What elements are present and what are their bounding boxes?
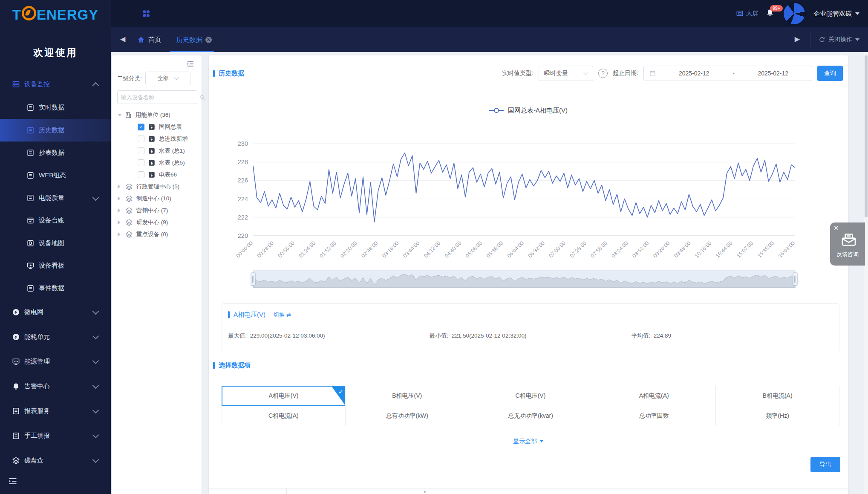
refresh-icon[interactable]	[819, 36, 825, 43]
sidebar-item-报表服务[interactable]: 报表服务	[0, 399, 111, 423]
tabs-scroll-right-icon[interactable]: ▶	[795, 35, 800, 43]
tree-group-研发中心 (9)[interactable]: 研发中心 (9)	[112, 217, 202, 228]
layers-icon	[125, 183, 133, 191]
close-operations-menu[interactable]: 关闭操作	[819, 27, 859, 52]
svg-text:222: 222	[238, 214, 248, 221]
svg-text:03:44:00: 03:44:00	[402, 240, 421, 259]
data-item-总无功功率(kvar)[interactable]: 总无功功率(kvar)	[469, 406, 592, 426]
sidebar-item-label: 能耗单元	[24, 333, 50, 341]
avatar[interactable]	[783, 2, 806, 25]
device-tree: 用能单位 (36)✓国网总表总进线新增水表 (总1)水表 (总5)电表66行政管…	[112, 109, 202, 240]
tree-device-水表 (总1)[interactable]: 水表 (总1)	[112, 145, 202, 157]
date-range-picker[interactable]: 2025-02-12 - 2025-02-12	[643, 66, 812, 81]
data-item-A相电流(A)[interactable]: A相电流(A)	[592, 386, 715, 406]
tab-history-data[interactable]: 历史数据 ✕	[170, 27, 219, 52]
end-date-value[interactable]: 2025-02-12	[740, 70, 807, 77]
sidebar-item-设备地图[interactable]: 设备地图	[0, 232, 111, 254]
sidebar-item-事件数据[interactable]: 事件数据	[0, 277, 111, 300]
data-item-总有功功率(kW)[interactable]: 总有功功率(kW)	[345, 406, 469, 426]
data-item-总功率因数[interactable]: 总功率因数	[592, 406, 715, 426]
export-button[interactable]: 导出	[810, 457, 840, 472]
device-search-input[interactable]	[118, 94, 199, 101]
start-date-value[interactable]: 2025-02-12	[660, 70, 728, 77]
scrollbar-thumb[interactable]	[865, 55, 868, 217]
sidebar-item-碳盘查[interactable]: 碳盘查	[0, 448, 111, 473]
chevron-down-icon	[92, 358, 99, 364]
close-icon[interactable]: ✕	[833, 224, 839, 232]
caret-right-icon[interactable]	[118, 220, 122, 225]
category-label: 二级分类:	[117, 75, 142, 82]
tab-bar: ◀ 首页 历史数据 ✕ ▶ 关闭操作	[111, 27, 868, 52]
tree-device-国网总表[interactable]: ✓国网总表	[112, 121, 202, 133]
data-item-B相电压(V)[interactable]: B相电压(V)	[345, 386, 469, 406]
sidebar-item-手工填报[interactable]: 手工填报	[0, 423, 111, 448]
sidebar-item-能源管理[interactable]: 能源管理	[0, 349, 111, 374]
history-line-chart[interactable]: 23022822622422222000:00:0000:28:0000:56:…	[209, 111, 848, 294]
query-button[interactable]: 查询	[817, 66, 843, 81]
tree-device-电表66[interactable]: 电表66	[112, 169, 202, 181]
tree-device-总进线新增[interactable]: 总进线新增	[112, 133, 202, 145]
tree-group-重点设备 (0)[interactable]: 重点设备 (0)	[112, 228, 202, 240]
caret-right-icon[interactable]	[118, 232, 122, 237]
svg-text:230: 230	[238, 140, 248, 147]
checkbox[interactable]: ✓	[138, 124, 144, 130]
category-select[interactable]: 全部	[145, 72, 190, 85]
switch-parameter-button[interactable]: 切换 ⇄	[274, 311, 291, 319]
checkbox[interactable]	[138, 171, 144, 178]
board-icon	[12, 358, 20, 366]
sidebar-item-微电网[interactable]: 微电网	[0, 300, 111, 324]
chevron-down-icon	[92, 194, 99, 201]
workspace-switcher[interactable]: 企业能管双碳	[813, 10, 859, 18]
caret-right-icon[interactable]	[118, 196, 122, 201]
screen-icon	[736, 10, 744, 17]
panel-fold-icon[interactable]	[186, 60, 195, 68]
show-all-button[interactable]: 显示全部	[513, 438, 544, 445]
tabs-scroll-left-icon[interactable]: ◀	[120, 35, 125, 43]
data-item-C相电压(V)[interactable]: C相电压(V)	[469, 386, 592, 406]
checkbox[interactable]	[138, 159, 144, 166]
data-item-label: 总功率因数	[639, 412, 669, 420]
sidebar-item-设备监控[interactable]: 设备监控	[0, 72, 111, 96]
tree-device-水表 (总5)[interactable]: 水表 (总5)	[112, 157, 202, 169]
caret-down-icon[interactable]	[118, 114, 122, 118]
caret-right-icon[interactable]	[118, 185, 122, 189]
chevron-down-icon	[92, 308, 99, 315]
tree-group-营销中心 (7)[interactable]: 营销中心 (7)	[112, 205, 202, 217]
realtime-type-select[interactable]: 瞬时变量	[539, 66, 593, 81]
svg-text:06:04:00: 06:04:00	[506, 240, 525, 259]
sidebar-collapse-icon[interactable]	[8, 476, 18, 486]
help-icon[interactable]: ?	[598, 69, 608, 78]
notifications-bell[interactable]: 99+	[766, 9, 775, 19]
checkbox[interactable]	[138, 147, 144, 154]
sidebar-item-历史数据[interactable]: 历史数据	[0, 119, 111, 142]
tab-home[interactable]: 首页	[131, 27, 167, 52]
chart-canvas[interactable]: 23022822622422222000:00:0000:28:0000:56:…	[209, 111, 848, 294]
sidebar-item-电能质量[interactable]: 电能质量	[0, 187, 111, 209]
sidebar-item-WEB组态[interactable]: WEB组态	[0, 164, 111, 187]
apps-grid-icon[interactable]	[141, 9, 151, 18]
board-icon	[26, 262, 35, 270]
tab-close-icon[interactable]: ✕	[205, 37, 212, 43]
sidebar-item-label: 报表服务	[24, 407, 50, 415]
sidebar-item-告警中心[interactable]: 告警中心	[0, 374, 111, 399]
sidebar-item-设备台账[interactable]: 设备台账	[0, 209, 111, 232]
tree-group-制造中心 (10)[interactable]: 制造中心 (10)	[112, 193, 202, 205]
big-screen-button[interactable]: 大屏	[736, 10, 758, 17]
data-item-C相电流(A)[interactable]: C相电流(A)	[222, 406, 345, 426]
tree-root-node[interactable]: 用能单位 (36)	[112, 109, 202, 121]
data-item-A相电压(V)[interactable]: A相电压(V)✓	[222, 386, 345, 406]
feedback-widget[interactable]: ✕ 反馈咨询	[830, 222, 865, 266]
data-item-B相电流(A)[interactable]: B相电流(A)	[715, 386, 839, 406]
chevron-down-icon	[539, 440, 544, 445]
caret-right-icon[interactable]	[118, 208, 122, 213]
sidebar-item-能耗单元[interactable]: 能耗单元	[0, 324, 111, 349]
tree-group-行政管理中心 (5)[interactable]: 行政管理中心 (5)	[112, 181, 202, 193]
sidebar-item-实时数据[interactable]: 实时数据	[0, 96, 111, 119]
sidebar-item-设备看板[interactable]: 设备看板	[0, 254, 111, 277]
tree-node-label: 行政管理中心 (5)	[136, 183, 179, 191]
svg-text:09:20:00: 09:20:00	[652, 240, 671, 259]
data-item-频率(Hz)[interactable]: 频率(Hz)	[715, 406, 839, 426]
checkbox[interactable]	[138, 136, 144, 142]
sidebar-item-抄表数据[interactable]: 抄表数据	[0, 142, 111, 164]
sidebar-item-label: 抄表数据	[39, 149, 64, 157]
